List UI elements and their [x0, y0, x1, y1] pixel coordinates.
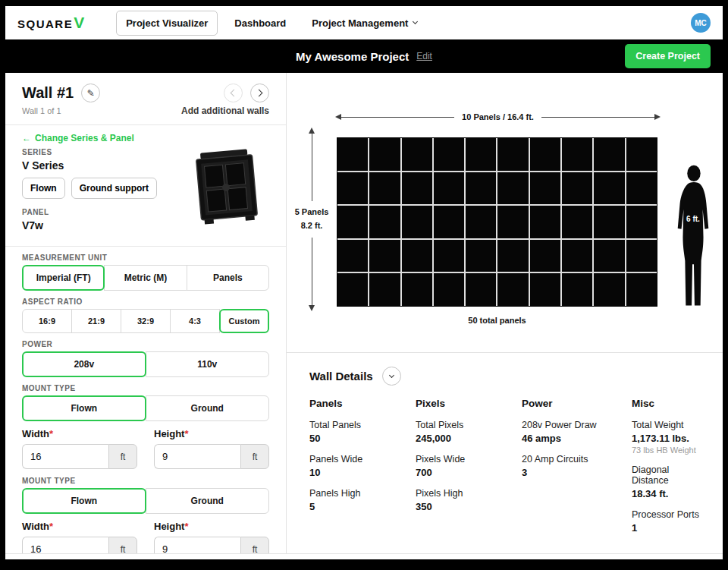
height-input-1[interactable] [154, 444, 240, 469]
width-input-2[interactable] [22, 537, 108, 553]
panel-cell [337, 206, 368, 238]
mount-type-label-2: MOUNT TYPE [22, 477, 269, 485]
aspect-ratio-option-4-3[interactable]: 4:3 [170, 309, 220, 333]
add-additional-walls-label[interactable]: Add additional walls [181, 105, 269, 116]
previous-wall-button[interactable] [224, 83, 243, 102]
mount-type-2-option-flown[interactable]: Flown [22, 488, 146, 514]
panel-cell [530, 172, 560, 205]
panel-cell [402, 240, 432, 272]
chevron-right-icon [256, 90, 263, 97]
series-tag-flown[interactable]: Flown [22, 178, 65, 199]
detail-subvalue: 73 lbs HB Weight [632, 446, 701, 455]
power-option-208v[interactable]: 208v [22, 351, 146, 377]
measurement-unit-option-panels[interactable]: Panels [187, 265, 269, 291]
mount-type-2-option-ground[interactable]: Ground [146, 488, 270, 514]
aspect-ratio-option-16-9[interactable]: 16:9 [22, 309, 72, 333]
aspect-ratio-option-32-9[interactable]: 32:9 [121, 309, 171, 333]
detail-value: 5 [309, 501, 416, 512]
panel-cell [434, 206, 464, 238]
required-mark: * [49, 428, 53, 439]
user-avatar[interactable]: MC [691, 13, 711, 33]
measurement-unit-label: MEASUREMENT UNIT [22, 254, 269, 262]
panel-product-image [181, 148, 269, 238]
panel-cell [562, 240, 592, 272]
detail-item: Panels High 5 [309, 488, 416, 512]
detail-label: Panels High [309, 488, 416, 499]
height-unit-suffix-1: ft [240, 444, 269, 469]
mount-type-toggle-2: Flown Ground [22, 488, 269, 514]
panel-cell [369, 206, 400, 238]
main-content: Wall #1 ✎ Wall 1 of 1 Add additional wal… [5, 73, 723, 554]
panel-cell [497, 206, 528, 238]
arrow-down-icon [309, 305, 315, 311]
next-wall-button[interactable] [250, 83, 269, 102]
wall-details-collapse-button[interactable] [382, 367, 401, 386]
panel-cell [369, 138, 400, 171]
detail-column-header: Misc [632, 398, 701, 409]
detail-value: 46 amps [522, 433, 632, 444]
panel-cell [497, 240, 528, 272]
create-project-button[interactable]: Create Project [625, 44, 711, 68]
aspect-ratio-toggle: 16:9 21:9 32:9 4:3 Custom [22, 309, 269, 333]
wall-visualization: 10 Panels / 16.4 ft. 5 Panels 8.2 ft. [287, 73, 723, 352]
wall-preview-area: 10 Panels / 16.4 ft. 5 Panels 8.2 ft. [287, 73, 723, 553]
detail-item: Total Weight 1,173.11 lbs. 73 lbs HB Wei… [632, 420, 701, 455]
panel-cell [466, 240, 496, 272]
panel-cell [402, 138, 432, 171]
panel-cell [562, 273, 592, 306]
detail-column-pixels: Pixels Total Pixels 245,000 Pixels Wide … [416, 398, 522, 543]
detail-label: Total Pixels [416, 420, 522, 430]
panel-cell [434, 172, 464, 205]
mount-type-1-option-ground[interactable]: Ground [146, 395, 270, 421]
width-unit-suffix-1: ft [108, 444, 137, 469]
measurement-unit-option-metric[interactable]: Metric (M) [104, 265, 187, 291]
panel-cell [626, 138, 657, 171]
project-title: My Awesome Project [296, 50, 409, 63]
required-mark: * [184, 428, 188, 439]
width-input-1[interactable] [22, 444, 108, 469]
edit-project-link[interactable]: Edit [416, 51, 432, 61]
chevron-down-icon [413, 19, 418, 24]
edit-wall-name-button[interactable]: ✎ [81, 83, 100, 102]
height-input-2[interactable] [154, 537, 240, 553]
detail-label: 208v Power Draw [522, 420, 632, 430]
height-label-1: Height* [154, 428, 269, 439]
width-dimension-label: 10 Panels / 16.4 ft. [454, 112, 541, 121]
chevron-down-icon [389, 372, 394, 377]
detail-item: Processor Ports 1 [632, 509, 701, 534]
panel-cell [369, 273, 400, 306]
panel-cell [369, 240, 400, 272]
panel-value: V7w [22, 219, 181, 231]
nav-item-project-visualizer[interactable]: Project Visualizer [116, 11, 218, 36]
panel-cell [402, 172, 432, 205]
required-mark: * [49, 521, 53, 532]
panel-cell [562, 138, 592, 171]
detail-label: 20 Amp Circuits [522, 454, 632, 465]
mount-type-1-option-flown[interactable]: Flown [22, 395, 146, 421]
panel-cell [466, 172, 496, 205]
height-unit-suffix-2: ft [240, 537, 269, 553]
change-series-panel-link[interactable]: ← Change Series & Panel [22, 133, 134, 143]
power-option-110v[interactable]: 110v [146, 351, 270, 377]
nav-item-project-management[interactable]: Project Management [303, 11, 426, 35]
wall-count-label: Wall 1 of 1 [22, 106, 61, 115]
detail-value: 245,000 [416, 433, 522, 444]
measurement-unit-option-imperial[interactable]: Imperial (FT) [22, 265, 105, 291]
aspect-ratio-option-custom[interactable]: Custom [219, 309, 269, 333]
pencil-icon: ✎ [87, 89, 95, 98]
detail-value: 350 [416, 501, 522, 512]
wall-details-grid: Panels Total Panels 50 Panels Wide 10 Pa… [309, 398, 701, 543]
logo[interactable]: SQUARE V [17, 14, 84, 32]
detail-label: Panels Wide [309, 454, 416, 465]
series-block: SERIES V Series Flown Ground support PAN… [22, 148, 269, 238]
width-label-1: Width* [22, 428, 137, 439]
series-tag-ground-support[interactable]: Ground support [71, 178, 157, 199]
panel-cell [337, 172, 368, 205]
nav-item-dashboard[interactable]: Dashboard [225, 11, 295, 35]
aspect-ratio-option-21-9[interactable]: 21:9 [71, 309, 121, 333]
detail-column-header: Power [522, 398, 632, 409]
width-unit-suffix-2: ft [108, 537, 137, 553]
panel-cell [434, 273, 464, 306]
panel-cell [594, 138, 624, 171]
panel-cell [626, 206, 657, 238]
